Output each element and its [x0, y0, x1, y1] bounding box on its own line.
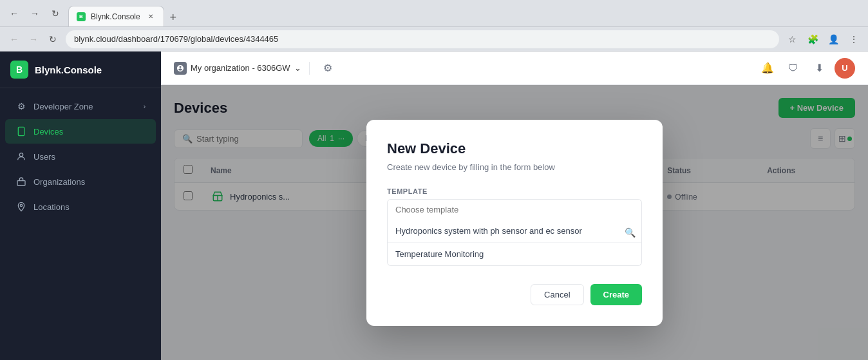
addr-forward-button[interactable]: →	[24, 30, 42, 48]
back-button[interactable]: ←	[5, 5, 23, 23]
settings-button[interactable]: ⚙	[317, 58, 338, 79]
browser-chrome: ← → ↻ B Blynk.Console ✕ +	[0, 0, 868, 27]
sidebar-item-developer-zone[interactable]: ⚙ Developer Zone ›	[5, 94, 156, 118]
template-label: TEMPLATE	[387, 187, 642, 195]
modal-subtitle: Create new device by filling in the form…	[387, 162, 642, 172]
shield-button[interactable]: 🛡	[783, 58, 804, 79]
address-bar: ← → ↻ ☆ 🧩 👤 ⋮	[0, 27, 868, 52]
svg-point-4	[20, 204, 22, 206]
app-container: B Blynk.Console ⚙ Developer Zone › Devic…	[0, 52, 868, 360]
chevron-right-icon: ›	[144, 103, 146, 110]
org-selector[interactable]: My organization - 6306GW ⌄	[174, 62, 301, 75]
sidebar-item-label-organizations: Organizations	[33, 177, 85, 187]
devices-icon	[15, 126, 27, 137]
reload-button[interactable]: ↻	[46, 5, 64, 23]
logo-icon: B	[10, 61, 28, 79]
sidebar-item-users[interactable]: Users	[5, 144, 156, 169]
template-input[interactable]	[387, 199, 642, 220]
create-button[interactable]: Create	[590, 284, 642, 305]
template-input-wrapper: 🔍 Hydroponics system with ph sensor and …	[387, 199, 642, 266]
locations-icon	[15, 201, 27, 213]
sidebar-item-label-users: Users	[33, 152, 55, 162]
extensions-button[interactable]: 🧩	[804, 30, 822, 48]
org-name: My organization - 6306GW	[191, 63, 290, 73]
svg-rect-0	[18, 127, 24, 135]
template-dropdown: Hydroponics system with ph sensor and ec…	[387, 220, 642, 266]
svg-point-2	[19, 153, 23, 156]
org-icon	[174, 62, 187, 75]
sidebar-nav: ⚙ Developer Zone › Devices Users	[0, 88, 161, 360]
tab-title: Blynk.Console	[91, 12, 140, 21]
sidebar-item-label-devices: Devices	[33, 127, 63, 137]
address-controls: ← → ↻	[5, 30, 62, 48]
developer-zone-icon: ⚙	[15, 100, 27, 112]
topbar-divider	[309, 62, 310, 75]
sidebar: B Blynk.Console ⚙ Developer Zone › Devic…	[0, 52, 161, 360]
organizations-icon	[15, 176, 27, 187]
user-avatar[interactable]: U	[835, 58, 855, 79]
sidebar-item-devices[interactable]: Devices	[5, 119, 156, 144]
addr-back-button[interactable]: ←	[5, 30, 23, 48]
sidebar-item-label-locations: Locations	[33, 202, 70, 212]
url-input[interactable]	[66, 30, 779, 48]
forward-button[interactable]: →	[26, 5, 44, 23]
org-dropdown-icon: ⌄	[294, 63, 301, 73]
logo-text: Blynk.Console	[35, 64, 102, 75]
template-search-icon: 🔍	[625, 227, 636, 238]
tab-favicon: B	[77, 12, 86, 21]
sidebar-logo: B Blynk.Console	[0, 52, 161, 88]
topbar-actions: 🔔 🛡 ⬇ U	[757, 58, 855, 79]
active-tab[interactable]: B Blynk.Console ✕	[68, 6, 164, 26]
browser-actions: ☆ 🧩 👤 ⋮	[783, 30, 863, 48]
page-content: Devices + New Device 🔍 All 1 ··· My devi…	[161, 85, 868, 360]
menu-button[interactable]: ⋮	[845, 30, 863, 48]
modal-title: New Device	[387, 140, 642, 157]
profile-button[interactable]: 👤	[824, 30, 842, 48]
main-content: My organization - 6306GW ⌄ ⚙ 🔔 🛡 ⬇ U Dev…	[161, 52, 868, 360]
topbar: My organization - 6306GW ⌄ ⚙ 🔔 🛡 ⬇ U	[161, 52, 868, 85]
modal-footer: Cancel Create	[387, 284, 642, 305]
sidebar-item-locations[interactable]: Locations	[5, 194, 156, 219]
svg-rect-3	[17, 181, 25, 185]
new-tab-button[interactable]: +	[164, 8, 182, 26]
sidebar-item-label-developer-zone: Developer Zone	[33, 102, 93, 111]
notification-button[interactable]: 🔔	[757, 58, 778, 79]
dropdown-item-1[interactable]: Temperature Monitoring	[388, 243, 641, 265]
addr-reload-button[interactable]: ↻	[44, 30, 62, 48]
dropdown-item-0[interactable]: Hydroponics system with ph sensor and ec…	[388, 220, 641, 243]
sidebar-item-organizations[interactable]: Organizations	[5, 169, 156, 194]
cancel-button[interactable]: Cancel	[531, 284, 583, 305]
modal-overlay: New Device Create new device by filling …	[161, 85, 868, 360]
bookmark-button[interactable]: ☆	[783, 30, 801, 48]
new-device-modal: New Device Create new device by filling …	[366, 120, 663, 326]
tab-bar: B Blynk.Console ✕ +	[68, 0, 863, 26]
browser-controls: ← → ↻	[5, 5, 64, 23]
tab-close-button[interactable]: ✕	[146, 12, 156, 22]
download-button[interactable]: ⬇	[809, 58, 829, 79]
users-icon	[15, 151, 27, 162]
